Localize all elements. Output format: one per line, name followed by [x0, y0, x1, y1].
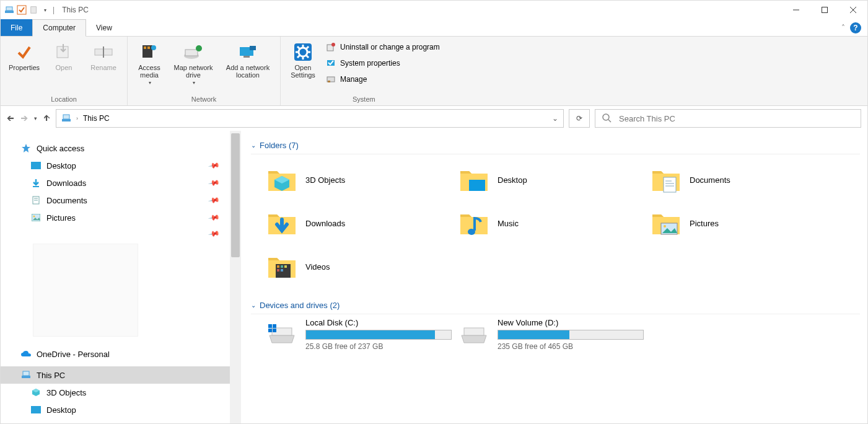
manage-icon: [325, 74, 336, 85]
system-properties-button[interactable]: System properties: [323, 56, 442, 70]
nav-recent-dropdown[interactable]: ▾: [34, 115, 37, 121]
group-label-location: Location: [51, 94, 77, 105]
downloads-icon: [30, 178, 42, 188]
section-drives[interactable]: ⌄ Devices and drives (2): [251, 297, 860, 314]
nav-3d-objects[interactable]: 3D Objects: [15, 384, 236, 401]
caret-icon: ▾: [193, 80, 195, 86]
rename-button[interactable]: Rename: [85, 39, 122, 94]
svg-rect-50: [31, 406, 41, 413]
qat-properties-icon[interactable]: [17, 5, 27, 15]
svg-point-58: [664, 225, 666, 227]
search-input[interactable]: [618, 113, 854, 124]
svg-rect-61: [281, 265, 283, 268]
app-icon: [4, 5, 14, 15]
svg-rect-41: [31, 162, 41, 169]
search-box[interactable]: [595, 109, 861, 128]
svg-rect-67: [273, 324, 276, 328]
nav-arrows: 🡨 🡪 ▾ 🡩: [7, 114, 51, 123]
add-network-location-button[interactable]: Add a network location: [221, 39, 275, 94]
nav-desktop[interactable]: Desktop 📌: [15, 157, 236, 174]
ribbon-group-system: Open Settings Uninstall or change a prog…: [281, 37, 447, 105]
system-small-buttons: Uninstall or change a program System pro…: [323, 39, 442, 94]
qat-dropdown-icon[interactable]: ▾: [42, 7, 49, 13]
minimize-button[interactable]: [782, 1, 810, 19]
group-label-system: System: [353, 94, 375, 105]
nav-back-button[interactable]: 🡨: [7, 114, 14, 123]
pin-icon: 📌: [208, 194, 220, 206]
map-network-drive-button[interactable]: Map network drive▾: [169, 39, 218, 94]
group-label-network: Network: [191, 94, 216, 105]
nav-up-button[interactable]: 🡩: [43, 114, 51, 123]
ribbon-right: ˄ ?: [841, 19, 867, 36]
tab-computer[interactable]: Computer: [32, 19, 86, 37]
svg-point-12: [151, 45, 156, 50]
svg-rect-52: [664, 177, 676, 192]
maximize-button[interactable]: [810, 1, 839, 19]
svg-rect-63: [277, 269, 279, 272]
pin-icon: 📌: [208, 159, 220, 172]
folder-music[interactable]: Music: [459, 201, 651, 245]
drive-c[interactable]: Local Disk (C:) 25.8 GB free of 237 GB: [267, 318, 459, 351]
svg-rect-46: [32, 214, 40, 221]
open-settings-button[interactable]: Open Settings: [286, 39, 320, 94]
help-icon[interactable]: ?: [850, 22, 861, 33]
breadcrumb-thispc[interactable]: This PC: [83, 114, 110, 123]
drive-c-info: Local Disk (C:) 25.8 GB free of 237 GB: [305, 318, 452, 351]
access-media-button[interactable]: Access media▾: [133, 39, 166, 94]
uninstall-icon: [325, 42, 336, 53]
content-pane: ⌄ Folders (7) 3D Objects Desktop Documen…: [241, 131, 867, 423]
usage-bar-c: [305, 330, 452, 340]
section-folders[interactable]: ⌄ Folders (7): [251, 137, 860, 154]
folder-desktop[interactable]: Desktop: [459, 158, 651, 201]
folder-icon-downloads: [267, 208, 297, 238]
svg-rect-35: [328, 81, 330, 82]
nav-forward-button[interactable]: 🡪: [20, 114, 28, 123]
nav-scrollbar[interactable]: [230, 131, 241, 423]
folder-videos[interactable]: Videos: [267, 245, 459, 288]
nav-scroll-thumb[interactable]: [231, 133, 240, 257]
drives-grid: Local Disk (C:) 25.8 GB free of 237 GB N…: [251, 314, 860, 351]
star-icon: [20, 143, 32, 153]
navigation-pane: Quick access Desktop 📌 Downloads 📌 Docum…: [1, 131, 241, 423]
ribbon-tabs: File Computer View ˄ ?: [1, 19, 867, 37]
nav-documents[interactable]: Documents 📌: [15, 192, 236, 209]
nav-onedrive[interactable]: OneDrive - Personal: [15, 345, 236, 363]
addr-dropdown-icon[interactable]: ⌄: [552, 114, 558, 123]
folder-3d-objects[interactable]: 3D Objects: [267, 158, 459, 201]
folder-icon-pictures: [651, 208, 681, 238]
svg-point-17: [196, 45, 202, 51]
uninstall-program-button[interactable]: Uninstall or change a program: [323, 40, 442, 54]
svg-rect-66: [268, 324, 272, 328]
ribbon-collapse-icon[interactable]: ˄: [841, 24, 845, 32]
folder-downloads[interactable]: Downloads: [267, 201, 459, 245]
pc-icon: [20, 370, 32, 380]
nav-pictures[interactable]: Pictures 📌: [15, 209, 236, 226]
nav-extra-pinned[interactable]: 📌: [15, 226, 236, 241]
svg-rect-64: [281, 269, 283, 272]
folder-icon-music: [459, 208, 489, 238]
qat-newfolder-icon[interactable]: [29, 5, 39, 15]
svg-rect-14: [147, 46, 150, 49]
folder-documents[interactable]: Documents: [651, 158, 843, 201]
svg-rect-68: [268, 329, 272, 332]
close-button[interactable]: [839, 1, 867, 19]
properties-button[interactable]: Properties: [6, 39, 43, 94]
nav-quick-access[interactable]: Quick access: [15, 139, 236, 157]
nav-this-pc[interactable]: This PC: [1, 366, 236, 384]
svg-rect-1: [6, 7, 12, 11]
address-bar[interactable]: › This PC ⌄: [56, 109, 564, 128]
refresh-button[interactable]: ⟳: [569, 109, 590, 128]
tab-file[interactable]: File: [1, 19, 32, 36]
manage-button[interactable]: Manage: [323, 73, 442, 86]
open-button[interactable]: Open: [45, 39, 82, 94]
addr-chevron-icon[interactable]: ›: [76, 115, 78, 121]
nav-desktop-2[interactable]: Desktop: [15, 401, 236, 418]
tab-view[interactable]: View: [86, 19, 122, 36]
svg-rect-70: [464, 328, 484, 335]
svg-rect-48: [22, 376, 30, 378]
drive-d[interactable]: New Volume (D:) 235 GB free of 465 GB: [459, 318, 651, 351]
open-icon: [53, 42, 74, 63]
folder-icon-documents: [651, 165, 681, 195]
folder-pictures[interactable]: Pictures: [651, 201, 843, 245]
nav-downloads[interactable]: Downloads 📌: [15, 174, 236, 192]
